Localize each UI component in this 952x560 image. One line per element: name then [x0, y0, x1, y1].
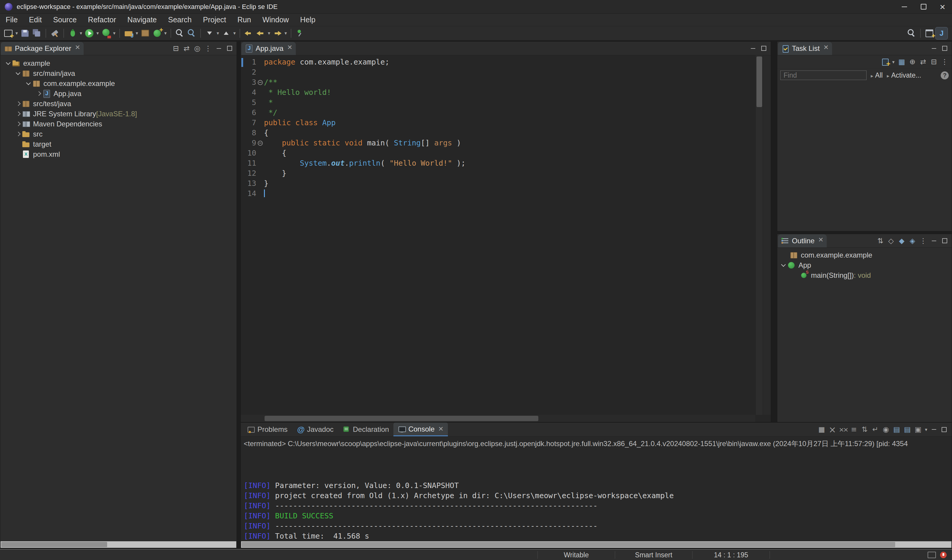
- fold-marker-icon[interactable]: [256, 77, 264, 88]
- tab-problems[interactable]: Problems: [243, 423, 292, 436]
- menu-item[interactable]: Edit: [23, 14, 47, 26]
- status-tray-icon[interactable]: [927, 552, 936, 558]
- scrollbar-thumb[interactable]: [756, 57, 762, 107]
- new-wizard-button[interactable]: [2, 27, 14, 39]
- last-edit-location-button[interactable]: [243, 27, 255, 39]
- minimize-view-icon[interactable]: [214, 44, 224, 53]
- word-wrap-icon[interactable]: [870, 424, 880, 435]
- run-external-tools-button[interactable]: [100, 27, 112, 39]
- tab-console[interactable]: Console: [393, 423, 448, 436]
- run-external-tools-dropdown[interactable]: [112, 27, 117, 39]
- maximize-view-icon[interactable]: [940, 236, 949, 246]
- maximize-view-icon[interactable]: [940, 44, 949, 53]
- new-java-project-dropdown[interactable]: [134, 27, 139, 39]
- outline-item-method[interactable]: main(String[]) : void: [777, 270, 952, 281]
- tree-expand-arrow-icon[interactable]: [25, 80, 32, 88]
- scrollbar-thumb[interactable]: [1, 542, 107, 547]
- menu-item[interactable]: Project: [197, 14, 232, 26]
- close-outline-icon[interactable]: [818, 238, 823, 244]
- run-dropdown[interactable]: [95, 27, 100, 39]
- tree-item[interactable]: JRE System Library [JavaSE-1.8]: [0, 109, 236, 119]
- debug-dropdown[interactable]: [79, 27, 83, 39]
- menu-item[interactable]: Help: [295, 14, 321, 26]
- save-all-button[interactable]: [31, 27, 43, 39]
- build-all-button[interactable]: [49, 27, 61, 39]
- run-button[interactable]: [83, 27, 95, 39]
- notification-icon[interactable]: [940, 552, 947, 558]
- tab-declaration[interactable]: Declaration: [338, 423, 393, 436]
- debug-button[interactable]: [66, 27, 79, 39]
- forward-dropdown[interactable]: [283, 27, 288, 39]
- package-explorer-hscrollbar[interactable]: [1, 541, 236, 548]
- menu-item[interactable]: Run: [232, 14, 257, 26]
- next-annotation-button[interactable]: [204, 27, 215, 39]
- link-with-editor-icon[interactable]: [918, 57, 928, 66]
- tab-task-list[interactable]: Task List: [778, 42, 832, 55]
- back-dropdown[interactable]: [267, 27, 271, 39]
- hide-non-public-members-icon[interactable]: [908, 236, 917, 246]
- tree-expand-arrow-icon[interactable]: [14, 100, 22, 108]
- focus-on-active-task-icon[interactable]: [193, 44, 202, 53]
- sort-icon[interactable]: [876, 236, 885, 246]
- close-package-explorer-icon[interactable]: [75, 46, 80, 51]
- view-menu-icon[interactable]: [918, 236, 928, 246]
- overview-ruler[interactable]: [763, 55, 771, 415]
- fold-marker-icon[interactable]: [256, 138, 264, 148]
- forward-button[interactable]: [271, 27, 283, 39]
- view-menu-icon[interactable]: [940, 57, 949, 66]
- tree-item[interactable]: Maven Dependencies: [0, 119, 236, 129]
- new-class-button[interactable]: [151, 27, 163, 39]
- tree-expand-arrow-icon[interactable]: [780, 261, 787, 269]
- tree-item[interactable]: src: [0, 129, 236, 139]
- next-annotation-dropdown[interactable]: [215, 27, 220, 39]
- menu-item[interactable]: Navigate: [122, 14, 162, 26]
- minimize-view-icon[interactable]: [929, 425, 939, 434]
- maximize-view-icon[interactable]: [225, 44, 234, 53]
- code-editor[interactable]: 1package com.example.example; 2 3/** 4 *…: [241, 55, 755, 415]
- menu-item[interactable]: File: [0, 14, 23, 26]
- tree-expand-arrow-icon[interactable]: [14, 110, 22, 118]
- terminate-icon[interactable]: [817, 424, 827, 435]
- tree-expand-arrow-icon[interactable]: [14, 120, 22, 128]
- tree-expand-arrow-icon[interactable]: [14, 69, 22, 77]
- open-console-icon[interactable]: [913, 424, 923, 435]
- collapse-all-icon[interactable]: [171, 44, 181, 53]
- activate-dropdown[interactable]: Activate...: [887, 71, 921, 79]
- open-type-button[interactable]: [174, 27, 186, 39]
- outline-item-class[interactable]: App: [777, 260, 952, 270]
- editor-hscrollbar[interactable]: [241, 415, 755, 422]
- open-perspective-button[interactable]: [923, 27, 935, 39]
- maximize-window-button[interactable]: [914, 0, 933, 13]
- minimize-view-icon[interactable]: [929, 44, 939, 53]
- scheduled-view-icon[interactable]: [908, 57, 917, 66]
- show-console-on-stderr-icon[interactable]: [902, 424, 912, 435]
- previous-annotation-button[interactable]: [220, 27, 232, 39]
- tree-item[interactable]: com.example.example: [0, 79, 236, 89]
- tree-expand-arrow-icon[interactable]: [14, 140, 22, 148]
- scroll-lock-icon[interactable]: [859, 424, 870, 435]
- tree-item[interactable]: src/main/java: [0, 68, 236, 79]
- search-button[interactable]: [186, 27, 198, 39]
- scrollbar-thumb[interactable]: [264, 416, 538, 421]
- pin-console-icon[interactable]: [881, 424, 891, 435]
- back-button[interactable]: [255, 27, 267, 39]
- hide-fields-icon[interactable]: [886, 236, 896, 246]
- new-wizard-dropdown[interactable]: [14, 27, 19, 39]
- tab-javadoc[interactable]: Javadoc: [292, 423, 338, 436]
- scope-dropdown[interactable]: All: [871, 71, 882, 79]
- tree-expand-arrow-icon[interactable]: [5, 60, 12, 67]
- java-perspective-button[interactable]: [935, 27, 948, 40]
- remove-launch-icon[interactable]: [827, 424, 838, 435]
- console-hscrollbar[interactable]: [241, 541, 951, 548]
- close-task-list-icon[interactable]: [824, 46, 828, 51]
- minimize-window-button[interactable]: [895, 0, 914, 13]
- close-window-button[interactable]: [933, 0, 952, 13]
- new-task-icon[interactable]: [881, 57, 890, 66]
- menu-item[interactable]: Search: [162, 14, 197, 26]
- new-java-project-button[interactable]: [123, 27, 134, 39]
- save-button[interactable]: [19, 27, 31, 39]
- collapse-all-icon[interactable]: [929, 57, 939, 66]
- tab-outline[interactable]: Outline: [778, 234, 827, 247]
- quick-search-icon[interactable]: [906, 27, 918, 39]
- tree-expand-arrow-icon[interactable]: [14, 151, 22, 158]
